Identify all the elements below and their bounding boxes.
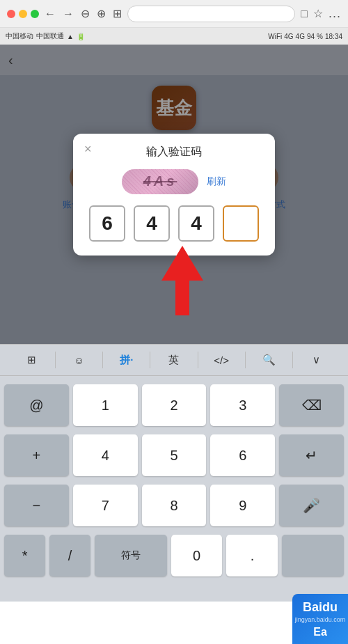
key-3[interactable]: 3 [210,384,275,426]
kb-english-button[interactable]: 英 [150,345,197,376]
captcha-modal: × 输入验证码 4As 刷新 6 4 4 [73,134,275,256]
captcha-input-boxes: 6 4 4 [87,205,261,242]
signal-icon: ▲ [67,33,74,40]
modal-title: 输入验证码 [87,145,261,159]
keyboard-area: ⊞ ☺ 拼· 英 </> 🔍 ∨ @ 1 2 3 ⌫ + 4 5 6 ↵ [0,344,348,602]
digit-3-value: 4 [191,212,202,235]
key-asterisk[interactable]: * [4,535,45,576]
kb-emoji-button[interactable]: ☺ [56,345,102,376]
kb-code-button[interactable]: </> [198,345,245,376]
keyboard-rows: @ 1 2 3 ⌫ + 4 5 6 ↵ − 7 8 9 🎤 * / 符号 0 . [0,376,348,585]
carrier1-label: 中国移动 [6,31,33,41]
captcha-text: 4As [143,173,177,189]
captcha-image[interactable]: 4As [122,169,198,194]
key-minus[interactable]: − [4,485,69,526]
baidu-watermark: Baidu jingyan.baidu.com Ea [292,594,348,644]
red-arrow-container [161,246,203,318]
keyboard-toolbar: ⊞ ☺ 拼· 英 </> 🔍 ∨ [0,345,348,376]
status-right: WiFi 4G 4G 94% 18:34 [268,33,342,40]
dot-yellow[interactable] [19,10,27,18]
digit-1-value: 6 [102,212,113,235]
dot-green[interactable] [31,10,39,18]
key-4[interactable]: 4 [73,434,138,476]
key-1[interactable]: 1 [73,384,138,426]
kb-grid-button[interactable]: ⊞ [8,345,55,376]
time-label: 18:34 [325,33,342,40]
red-arrow-icon [161,246,203,315]
key-symbols[interactable]: 符号 [95,535,166,576]
captcha-digit-1[interactable]: 6 [89,205,125,242]
key-slash[interactable]: / [49,535,90,576]
kb-pinyin-button[interactable]: 拼· [103,345,150,376]
key-mic[interactable]: 🎤 [279,485,344,526]
baidu-subtitle: jingyan.baidu.com [295,616,346,623]
dot-red[interactable] [7,10,15,18]
key-at[interactable]: @ [4,384,69,426]
zoom-in-button[interactable]: ⊕ [97,7,106,20]
browser-nav: ← → ⊖ ⊕ ⊞ [45,7,122,20]
battery-label: 94 [307,33,315,40]
key-space[interactable] [282,535,344,576]
key-enter[interactable]: ↵ [279,434,344,476]
kb-search-button[interactable]: 🔍 [246,345,292,376]
status-bar: 中国移动 中国联通 ▲ 🔋 WiFi 4G 4G 94% 18:34 [0,28,348,45]
captcha-area: 4As 刷新 [87,169,261,194]
captcha-digit-2[interactable]: 4 [134,205,170,242]
baidu-logo: Baidu [303,600,338,615]
key-0[interactable]: 0 [171,535,223,576]
key-7[interactable]: 7 [73,485,138,526]
browser-chrome: ← → ⊖ ⊕ ⊞ □ ☆ ... [0,0,348,28]
bookmark-button[interactable]: ☆ [313,7,323,20]
app-area: ‹ 基金 👤 150 × 账号密码登录 其他登录方式 联系客服 × 输入验证码 [0,45,348,344]
svg-marker-0 [161,246,203,315]
captcha-digit-3[interactable]: 4 [178,205,214,242]
share-button[interactable]: □ [301,8,308,20]
more-button[interactable]: ... [329,6,341,21]
key-5[interactable]: 5 [142,434,207,476]
refresh-button[interactable]: 刷新 [207,175,226,188]
key-2[interactable]: 2 [142,384,207,426]
keyboard-row-2: + 4 5 6 ↵ [0,430,348,480]
battery-icon: 🔋 [77,33,85,40]
wifi-icon: WiFi [268,33,282,40]
key-9[interactable]: 9 [210,485,275,526]
keyboard-row-3: − 7 8 9 🎤 [0,480,348,531]
keyboard-row-4: * / 符号 0 . [0,531,348,581]
key-period[interactable]: . [226,535,278,576]
modal-overlay: × 输入验证码 4As 刷新 6 4 4 [0,45,348,344]
carrier2-label: 中国联通 [36,31,64,41]
tabs-button[interactable]: ⊞ [113,7,122,20]
address-bar[interactable] [127,6,295,22]
modal-close-button[interactable]: × [84,142,92,157]
keyboard-row-1: @ 1 2 3 ⌫ [0,380,348,430]
forward-button[interactable]: → [63,8,74,20]
key-6[interactable]: 6 [210,434,275,476]
signal1-label: 4G [284,33,293,40]
key-plus[interactable]: + [4,434,69,476]
kb-collapse-button[interactable]: ∨ [293,345,340,376]
key-8[interactable]: 8 [142,485,207,526]
digit-2-value: 4 [146,212,157,235]
captcha-digit-4[interactable] [223,205,259,242]
signal2-label: 4G [296,33,305,40]
key-backspace[interactable]: ⌫ [279,384,344,426]
browser-dots [7,10,39,18]
status-left: 中国移动 中国联通 ▲ 🔋 [6,31,85,41]
zoom-out-button[interactable]: ⊖ [81,7,90,20]
back-button[interactable]: ← [45,8,56,20]
baidu-ea-label: Ea [313,626,327,638]
